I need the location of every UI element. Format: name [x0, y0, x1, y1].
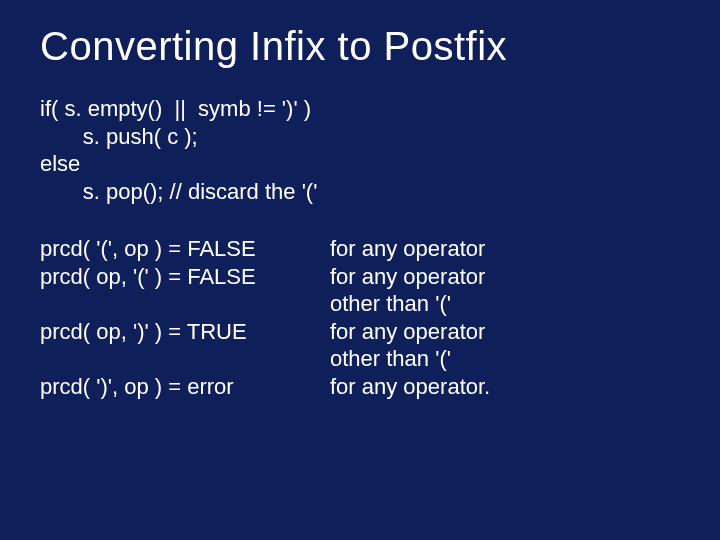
rule-row-2: prcd( op, '(' ) = FALSE for any operator [40, 263, 680, 291]
code-block: if( s. empty() || symb != ')' ) s. push(… [40, 95, 680, 205]
rule-right: for any operator [330, 263, 680, 291]
rule-row-3: prcd( op, ')' ) = TRUE for any operator [40, 318, 680, 346]
slide-title: Converting Infix to Postfix [40, 24, 680, 69]
rule-left [40, 345, 330, 373]
code-line-3: else [40, 151, 80, 176]
rule-left: prcd( op, '(' ) = FALSE [40, 263, 330, 291]
rule-left [40, 290, 330, 318]
rule-right: other than '(' [330, 290, 680, 318]
rule-right: other than '(' [330, 345, 680, 373]
rule-left: prcd( '(', op ) = FALSE [40, 235, 330, 263]
code-line-4: s. pop(); // discard the '(' [40, 179, 317, 204]
rule-row-4: prcd( ')', op ) = error for any operator… [40, 373, 680, 401]
slide: Converting Infix to Postfix if( s. empty… [0, 0, 720, 540]
rule-row-3b: other than '(' [40, 345, 680, 373]
rule-right: for any operator [330, 318, 680, 346]
rule-row-2b: other than '(' [40, 290, 680, 318]
rule-right: for any operator. [330, 373, 680, 401]
precedence-rules: prcd( '(', op ) = FALSE for any operator… [40, 235, 680, 400]
code-line-2: s. push( c ); [40, 124, 198, 149]
rule-right: for any operator [330, 235, 680, 263]
rule-left: prcd( ')', op ) = error [40, 373, 330, 401]
code-line-1: if( s. empty() || symb != ')' ) [40, 96, 311, 121]
rule-left: prcd( op, ')' ) = TRUE [40, 318, 330, 346]
rule-row-1: prcd( '(', op ) = FALSE for any operator [40, 235, 680, 263]
